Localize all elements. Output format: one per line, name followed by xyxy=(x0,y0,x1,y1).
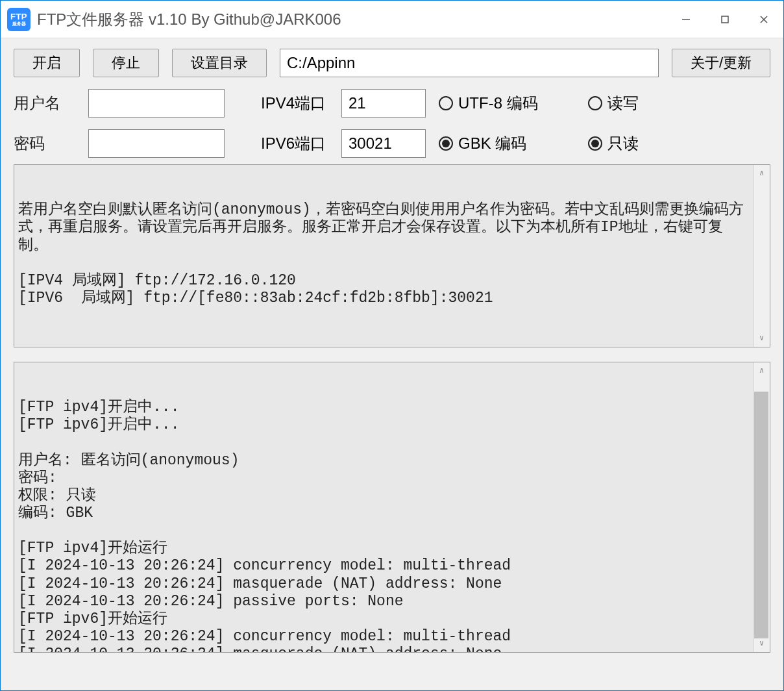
stop-button[interactable]: 停止 xyxy=(93,49,159,77)
settings-form: 用户名 IPV4端口 UTF-8 编码 读写 密码 IPV6端口 GBK 编码 … xyxy=(14,89,770,158)
ipv4-port-input[interactable] xyxy=(341,89,426,118)
scroll-thumb[interactable] xyxy=(754,392,768,638)
username-input[interactable] xyxy=(88,89,225,118)
mode-readwrite-radio[interactable]: 读写 xyxy=(588,93,692,114)
ipv4-port-label: IPV4端口 xyxy=(238,93,328,114)
set-directory-button[interactable]: 设置目录 xyxy=(172,49,267,77)
runtime-log-area[interactable]: [FTP ipv4]开启中... [FTP ipv6]开启中... 用户名: 匿… xyxy=(14,362,770,653)
start-button[interactable]: 开启 xyxy=(14,49,80,77)
username-label: 用户名 xyxy=(14,93,75,114)
scrollbar[interactable]: ∧ ∨ xyxy=(753,165,770,347)
scrollbar[interactable]: ∧ ∨ xyxy=(753,362,770,652)
radio-icon xyxy=(439,96,453,110)
mode-readwrite-label: 读写 xyxy=(607,93,639,114)
directory-path-input[interactable] xyxy=(280,49,659,77)
encoding-gbk-label: GBK 编码 xyxy=(458,133,526,154)
info-log-area[interactable]: 若用户名空白则默认匿名访问(anonymous)，若密码空白则使用用户名作为密码… xyxy=(14,164,770,347)
runtime-log-text: [FTP ipv4]开启中... [FTP ipv6]开启中... 用户名: 匿… xyxy=(18,399,766,653)
app-icon: FTP 服务器 xyxy=(7,8,31,31)
ipv6-port-label: IPV6端口 xyxy=(238,133,328,154)
scroll-up-icon[interactable]: ∧ xyxy=(759,169,764,178)
radio-icon-checked xyxy=(439,136,453,151)
toolbar: 开启 停止 设置目录 关于/更新 xyxy=(14,49,770,77)
mode-readonly-label: 只读 xyxy=(607,133,639,154)
password-input[interactable] xyxy=(88,129,225,158)
close-button[interactable] xyxy=(744,1,783,38)
maximize-button[interactable] xyxy=(705,1,744,38)
radio-icon-checked xyxy=(588,136,602,151)
about-update-button[interactable]: 关于/更新 xyxy=(672,49,770,77)
password-label: 密码 xyxy=(14,133,75,154)
mode-readonly-radio[interactable]: 只读 xyxy=(588,133,692,154)
scroll-down-icon[interactable]: ∨ xyxy=(759,639,764,648)
radio-icon xyxy=(588,96,602,110)
ipv6-port-input[interactable] xyxy=(341,129,426,158)
encoding-utf8-label: UTF-8 编码 xyxy=(458,93,538,114)
encoding-gbk-radio[interactable]: GBK 编码 xyxy=(439,133,575,154)
window-title: FTP文件服务器 v1.10 By Github@JARK006 xyxy=(37,9,667,30)
svg-rect-1 xyxy=(722,16,728,23)
info-log-text: 若用户名空白则默认匿名访问(anonymous)，若密码空白则使用用户名作为密码… xyxy=(18,201,766,307)
encoding-utf8-radio[interactable]: UTF-8 编码 xyxy=(439,93,575,114)
minimize-button[interactable] xyxy=(667,1,705,38)
titlebar: FTP 服务器 FTP文件服务器 v1.10 By Github@JARK006 xyxy=(1,1,783,38)
scroll-down-icon[interactable]: ∨ xyxy=(759,334,764,343)
scroll-up-icon[interactable]: ∧ xyxy=(759,366,764,375)
